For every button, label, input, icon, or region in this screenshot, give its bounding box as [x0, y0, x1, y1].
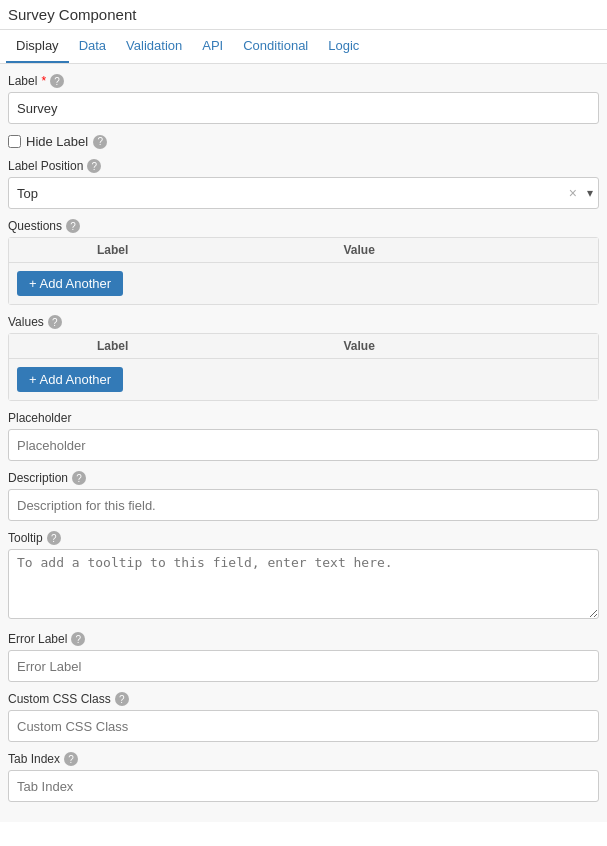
tooltip-label: Tooltip ? [8, 531, 599, 545]
description-input[interactable] [8, 489, 599, 521]
values-help-icon: ? [48, 315, 62, 329]
description-label: Description ? [8, 471, 599, 485]
select-clear-icon[interactable]: × [569, 185, 577, 201]
values-table-header: Label Value [9, 334, 598, 359]
error-label-help-icon: ? [71, 632, 85, 646]
error-label-label: Error Label ? [8, 632, 599, 646]
values-add-button[interactable]: + Add Another [17, 367, 123, 392]
custom-css-help-icon: ? [115, 692, 129, 706]
tooltip-help-icon: ? [47, 531, 61, 545]
questions-group: Questions ? Label Value + Add Another [8, 219, 599, 305]
values-table-footer: + Add Another [9, 359, 598, 400]
values-col-value: Value [344, 339, 591, 353]
hide-label-checkbox[interactable] [8, 135, 21, 148]
questions-col-value: Value [344, 243, 591, 257]
values-col-empty [17, 339, 97, 353]
tab-conditional[interactable]: Conditional [233, 30, 318, 63]
questions-label: Questions ? [8, 219, 599, 233]
error-label-group: Error Label ? [8, 632, 599, 682]
hide-label-text: Hide Label [26, 134, 88, 149]
values-group: Values ? Label Value + Add Another [8, 315, 599, 401]
questions-add-button[interactable]: + Add Another [17, 271, 123, 296]
label-input[interactable] [8, 92, 599, 124]
label-position-label: Label Position ? [8, 159, 599, 173]
description-help-icon: ? [72, 471, 86, 485]
tab-api[interactable]: API [192, 30, 233, 63]
label-help-icon: ? [50, 74, 64, 88]
page-title: Survey Component [0, 0, 607, 30]
questions-box: Label Value + Add Another [8, 237, 599, 305]
custom-css-label: Custom CSS Class ? [8, 692, 599, 706]
label-group: Label * ? [8, 74, 599, 124]
tooltip-textarea[interactable] [8, 549, 599, 619]
questions-table-header: Label Value [9, 238, 598, 263]
tab-validation[interactable]: Validation [116, 30, 192, 63]
tooltip-group: Tooltip ? [8, 531, 599, 622]
placeholder-group: Placeholder [8, 411, 599, 461]
questions-col-empty [17, 243, 97, 257]
placeholder-label: Placeholder [8, 411, 599, 425]
tab-data[interactable]: Data [69, 30, 116, 63]
label-position-help-icon: ? [87, 159, 101, 173]
values-col-label: Label [97, 339, 344, 353]
custom-css-group: Custom CSS Class ? [8, 692, 599, 742]
tab-display[interactable]: Display [6, 30, 69, 63]
tab-index-label: Tab Index ? [8, 752, 599, 766]
description-group: Description ? [8, 471, 599, 521]
label-field-label: Label * ? [8, 74, 599, 88]
label-position-select[interactable]: Top Left Right Bottom [8, 177, 599, 209]
label-position-group: Label Position ? Top Left Right Bottom ×… [8, 159, 599, 209]
placeholder-input[interactable] [8, 429, 599, 461]
label-position-select-wrapper: Top Left Right Bottom × ▾ [8, 177, 599, 209]
content-area: Label * ? Hide Label ? Label Position ? … [0, 64, 607, 822]
error-label-input[interactable] [8, 650, 599, 682]
custom-css-input[interactable] [8, 710, 599, 742]
tab-index-input[interactable] [8, 770, 599, 802]
tab-index-help-icon: ? [64, 752, 78, 766]
hide-label-group: Hide Label ? [8, 134, 599, 149]
tab-logic[interactable]: Logic [318, 30, 369, 63]
tabs-bar: Display Data Validation API Conditional … [0, 30, 607, 64]
questions-col-label: Label [97, 243, 344, 257]
values-box: Label Value + Add Another [8, 333, 599, 401]
label-required-star: * [41, 74, 46, 88]
questions-table-footer: + Add Another [9, 263, 598, 304]
values-label: Values ? [8, 315, 599, 329]
tab-index-group: Tab Index ? [8, 752, 599, 802]
questions-help-icon: ? [66, 219, 80, 233]
hide-label-help-icon: ? [93, 135, 107, 149]
